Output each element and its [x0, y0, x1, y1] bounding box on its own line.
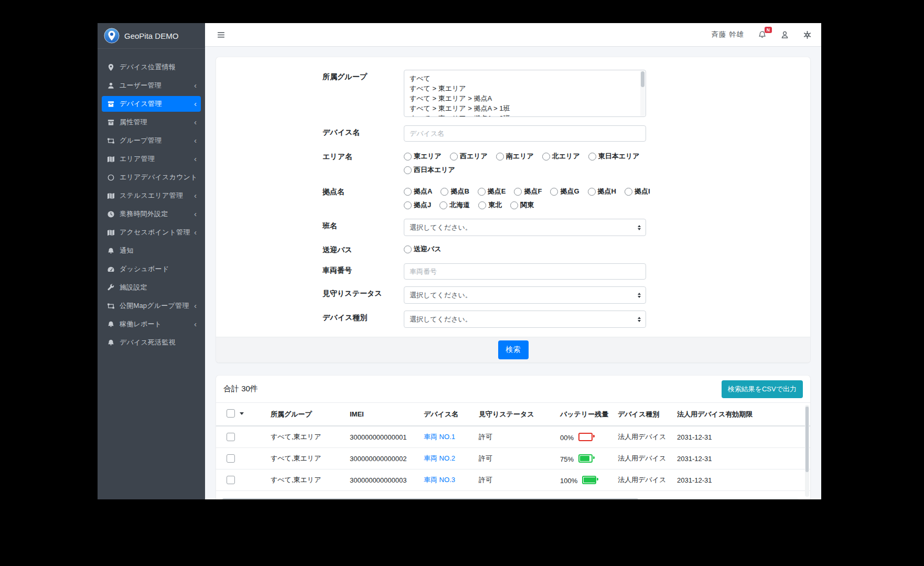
main-area: 斉藤 幹雄 N 所属グループ — [205, 23, 821, 499]
listbox-scrollbar[interactable] — [640, 71, 645, 116]
sidebar-item-attribute-management[interactable]: 属性管理 ‹ — [102, 114, 201, 130]
listbox-option[interactable]: すべて > 東エリア > 拠点A > 1班 — [410, 103, 636, 113]
listbox-scrollbar-thumb[interactable] — [641, 71, 644, 87]
radio-circle — [404, 153, 412, 161]
select-all-checkbox[interactable] — [227, 409, 235, 418]
sidebar-item-stealth-area-management[interactable]: ステルスエリア管理 ‹ — [102, 188, 201, 204]
radio-base-e[interactable]: 拠点E — [478, 187, 506, 196]
sidebar-item-user-management[interactable]: ユーザー管理 ‹ — [102, 78, 201, 93]
user-name[interactable]: 斉藤 幹雄 — [711, 30, 744, 39]
row-checkbox[interactable] — [227, 433, 235, 441]
sidebar-item-dashboard[interactable]: ダッシュボード — [102, 261, 201, 277]
sidebar-item-device-location[interactable]: デバイス位置情報 — [102, 59, 201, 75]
sidebar-item-operation-report[interactable]: 稼働レポート ‹ — [102, 316, 201, 332]
sidebar-item-after-hours-settings[interactable]: 業務時間外設定 ‹ — [102, 206, 201, 222]
menu-toggle-button[interactable] — [214, 28, 228, 41]
radio-circle — [588, 188, 596, 196]
battery-full-icon — [582, 476, 596, 484]
sidebar-item-label: 業務時間外設定 — [120, 209, 168, 219]
sidebar-item-area-management[interactable]: エリア管理 ‹ — [102, 151, 201, 167]
team-select[interactable]: 選択してください。 — [404, 219, 646, 236]
vertical-scrollbar-thumb[interactable] — [805, 407, 809, 472]
cell-imei: 300000000000002 — [346, 448, 420, 469]
device-link[interactable]: 車両 NO.3 — [424, 476, 455, 484]
chevron-left-icon: ‹ — [194, 155, 197, 164]
device-link[interactable]: 車両 NO.1 — [424, 433, 455, 441]
sidebar-item-access-point-management[interactable]: アクセスポイント管理 ‹ — [102, 225, 201, 240]
radio-base-a[interactable]: 拠点A — [404, 187, 432, 196]
bell-icon — [106, 247, 115, 255]
profile-button[interactable] — [780, 30, 789, 39]
notification-badge: N — [765, 27, 772, 34]
watch-status-select[interactable]: 選択してください。 — [404, 286, 646, 304]
radio-circle — [478, 201, 486, 209]
listbox-option[interactable]: すべて > 東エリア > 拠点A — [410, 93, 636, 103]
radio-area-west-japan[interactable]: 西日本エリア — [404, 165, 455, 175]
radio-area-east[interactable]: 東エリア — [404, 152, 442, 161]
person-icon — [780, 30, 789, 39]
device-name-input[interactable] — [404, 125, 646, 142]
notifications-button[interactable]: N — [758, 30, 767, 39]
row-checkbox[interactable] — [227, 454, 235, 463]
radio-circle — [404, 166, 412, 174]
horizontal-scrollbar[interactable] — [221, 498, 799, 499]
row-checkbox[interactable] — [227, 476, 235, 484]
sidebar-item-facility-settings[interactable]: 施設設定 — [102, 280, 201, 295]
sidebar-item-area-device-count[interactable]: エリアデバイスカウント — [102, 169, 201, 185]
radio-area-south[interactable]: 南エリア — [496, 152, 534, 161]
chevron-left-icon: ‹ — [194, 191, 197, 200]
radio-area-east-japan[interactable]: 東日本エリア — [588, 152, 640, 161]
radio-base-f[interactable]: 拠点F — [514, 187, 542, 196]
watch-status-field-label: 見守りステータス — [323, 286, 404, 298]
vehicle-number-input[interactable] — [404, 263, 646, 280]
device-type-select[interactable]: 選択してください。 — [404, 311, 646, 328]
vehicle-number-field-label: 車両番号 — [323, 263, 404, 275]
cell-type: 法人用デバイス — [614, 448, 673, 469]
horizontal-scrollbar-thumb[interactable] — [222, 498, 638, 499]
cell-expiry: 2031-12-31 — [673, 448, 810, 469]
sidebar-item-notifications[interactable]: 通知 — [102, 243, 201, 259]
sidebar-item-public-map-group-management[interactable]: 公開Mapグループ管理 ‹ — [102, 298, 201, 314]
radio-base-kanto[interactable]: 関東 — [510, 200, 534, 210]
listbox-option[interactable]: すべて > 東エリア > 拠点A > 2班 — [410, 113, 636, 117]
settings-button[interactable] — [803, 30, 812, 39]
listbox-option[interactable]: すべて — [410, 73, 636, 83]
vertical-scrollbar[interactable] — [805, 405, 809, 497]
bell-icon — [106, 320, 115, 328]
radio-base-g[interactable]: 拠点G — [550, 187, 579, 196]
radio-circle — [404, 201, 412, 209]
column-header-battery: バッテリー残量 — [556, 403, 614, 426]
radio-base-tohoku[interactable]: 東北 — [478, 200, 502, 210]
form-footer: 検索 — [216, 337, 810, 362]
results-total: 合計 30件 — [223, 384, 258, 394]
cell-type: 法人用デバイス — [614, 426, 673, 448]
sidebar-item-device-health-monitoring[interactable]: デバイス死活監視 — [102, 335, 201, 350]
radio-base-j[interactable]: 拠点J — [404, 200, 431, 210]
sidebar-item-group-management[interactable]: グループ管理 ‹ — [102, 133, 201, 148]
radio-area-west[interactable]: 西エリア — [450, 152, 488, 161]
sidebar-item-label: 施設設定 — [120, 283, 147, 292]
cell-group: すべて,東エリア — [266, 469, 346, 491]
sidebar-item-device-management[interactable]: デバイス管理 ‹ — [102, 96, 201, 112]
radio-base-hokkaido[interactable]: 北海道 — [439, 200, 470, 210]
listbox-option[interactable]: すべて > 東エリア — [410, 83, 636, 93]
cell-status: 許可 — [475, 469, 556, 491]
radio-shuttle-bus[interactable]: 送迎バス — [404, 244, 442, 254]
radio-base-i[interactable]: 拠点I — [625, 187, 650, 196]
sidebar-item-label: 通知 — [120, 246, 133, 255]
table-header-row: 所属グループ IMEI デバイス名 見守りステータス バッテリー残量 デバイス種… — [216, 403, 810, 426]
radio-base-b[interactable]: 拠点B — [440, 187, 469, 196]
chevron-left-icon: ‹ — [194, 320, 197, 329]
chevron-left-icon: ‹ — [194, 136, 197, 145]
chevron-left-icon: ‹ — [194, 210, 197, 219]
group-listbox[interactable]: すべて すべて > 東エリア すべて > 東エリア > 拠点A すべて > 東エ… — [404, 70, 646, 117]
brand[interactable]: GeoPita DEMO — [98, 23, 205, 49]
caret-down-icon[interactable] — [240, 412, 244, 415]
export-csv-button[interactable]: 検索結果をCSVで出力 — [722, 380, 803, 398]
box-icon — [106, 100, 115, 108]
search-button[interactable]: 検索 — [498, 340, 529, 359]
radio-base-h[interactable]: 拠点H — [588, 187, 616, 196]
sidebar-item-label: 稼働レポート — [120, 319, 162, 329]
device-link[interactable]: 車両 NO.2 — [424, 454, 455, 462]
radio-area-north[interactable]: 北エリア — [542, 152, 580, 161]
